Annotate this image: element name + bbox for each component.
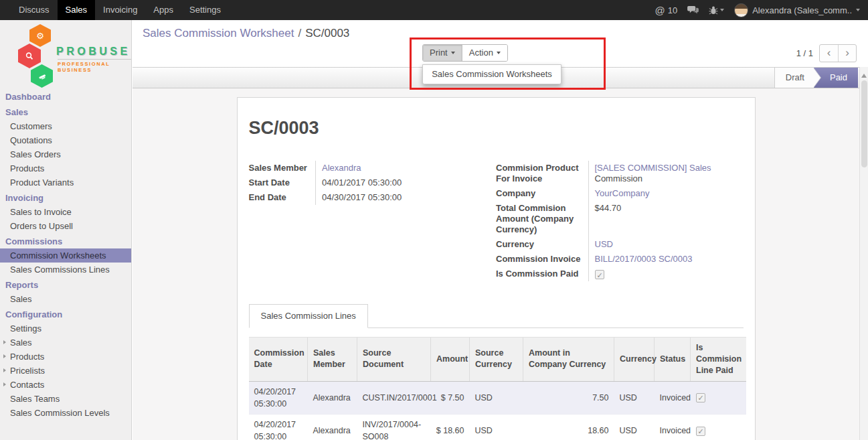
field-label-commission-invoice: Commission Invoice (496, 252, 588, 267)
sidebar-item-commission-worksheets[interactable]: Commission Worksheets (0, 248, 131, 263)
table-row[interactable]: 04/20/2017 05:30:00 Alexandra CUST.IN/20… (249, 381, 746, 414)
field-column-left: Sales Member Alexandra Start Date 04/01/… (249, 161, 497, 281)
caret-down-icon (497, 52, 501, 54)
line-paid-checkbox[interactable] (696, 427, 705, 436)
status-draft[interactable]: Draft (774, 68, 814, 88)
sidebar-item-pricelists[interactable]: Pricelists (0, 364, 131, 378)
debug-menu[interactable] (709, 5, 724, 15)
header-amount[interactable]: Amount (431, 338, 470, 382)
sidebar-header-configuration[interactable]: Configuration (0, 306, 131, 321)
gear-icon: ⚙ (36, 31, 44, 41)
caret-down-icon (720, 9, 724, 11)
field-label-start-date: Start Date (249, 175, 316, 190)
scroll-up-arrow-icon[interactable] (861, 74, 867, 78)
cell-status: Invoiced (655, 414, 691, 440)
vertical-scrollbar[interactable] (859, 67, 868, 440)
breadcrumb: Sales Commission Worksheet/SC/0003 (143, 27, 349, 40)
print-button[interactable]: Print (423, 45, 462, 61)
sidebar-item-customers[interactable]: Customers (0, 119, 131, 133)
sidebar-item-config-sales[interactable]: Sales (0, 336, 131, 350)
magnifier-icon (24, 51, 35, 62)
logo-hex-magnifier (18, 44, 41, 68)
field-group: Sales Member Alexandra Start Date 04/01/… (249, 161, 744, 281)
topbar: Discuss Sales Invoicing Apps Settings @ … (0, 0, 868, 20)
sidebar: ⚙ PROBUSE PROFESSIONAL BUSINESS Dashboar… (0, 20, 132, 440)
bug-icon (709, 5, 718, 15)
cell-source-document: INV/2017/0004-SO008 (357, 414, 431, 440)
header-currency[interactable]: Currency (614, 338, 655, 382)
currency-link[interactable]: USD (595, 239, 613, 249)
cell-commission-date: 04/20/2017 05:30:00 (249, 414, 308, 440)
print-button-label: Print (430, 45, 448, 61)
pager-value: 1 / 1 (796, 48, 813, 58)
sidebar-item-contacts[interactable]: Contacts (0, 378, 131, 392)
sidebar-item-dashboard[interactable]: Dashboard (0, 88, 131, 104)
is-commission-paid-checkbox[interactable] (595, 270, 604, 279)
header-amount-company-currency[interactable]: Amount in Company Currency (523, 338, 614, 382)
header-status[interactable]: Status (655, 338, 691, 382)
sidebar-item-product-variants[interactable]: Product Variants (0, 175, 131, 190)
sidebar-item-sales-commission-levels[interactable]: Sales Commission Levels (0, 406, 131, 420)
action-button-label: Action (469, 45, 493, 61)
sidebar-item-orders-to-upsell[interactable]: Orders to Upsell (0, 219, 131, 233)
sidebar-item-config-products[interactable]: Products (0, 350, 131, 364)
menu-discuss[interactable]: Discuss (11, 0, 58, 20)
header-is-commission-line-paid[interactable]: Is Commision Line Paid (691, 338, 746, 382)
field-label-total-commission: Total Commision Amount (Company Currency… (496, 201, 588, 237)
chat-button[interactable] (687, 5, 699, 15)
main-content: SC/0003 Sales Member Alexandra Start Dat… (133, 88, 859, 440)
breadcrumb-parent-link[interactable]: Sales Commission Worksheet (143, 27, 294, 40)
commission-invoice-link[interactable]: BILL/2017/0003 SC/0003 (595, 254, 693, 264)
cell-source-document: CUST.IN/2017/0001 (357, 381, 431, 414)
user-menu[interactable]: Alexandra (Sales_comm.. (734, 3, 860, 17)
menu-sales[interactable]: Sales (58, 0, 96, 20)
company-logo: ⚙ PROBUSE PROFESSIONAL BUSINESS (0, 20, 131, 88)
field-label-end-date: End Date (249, 190, 316, 205)
cell-commission-date: 04/20/2017 05:30:00 (249, 381, 308, 414)
menu-apps[interactable]: Apps (145, 0, 181, 20)
sidebar-item-reports-sales[interactable]: Sales (0, 292, 131, 306)
statusbar: Draft Paid (774, 68, 858, 88)
scrollbar-thumb[interactable] (861, 80, 867, 167)
sidebar-item-sales-to-invoice[interactable]: Sales to Invoice (0, 205, 131, 219)
sidebar-item-sales-teams[interactable]: Sales Teams (0, 392, 131, 406)
menu-invoicing[interactable]: Invoicing (95, 0, 145, 20)
field-label-company: Company (496, 186, 588, 201)
pager-buttons: ‹ › (819, 44, 857, 62)
user-name: Alexandra (Sales_comm.. (752, 5, 852, 15)
header-commission-date[interactable]: Commission Date (249, 338, 308, 382)
table-row[interactable]: 04/20/2017 05:30:00 Alexandra INV/2017/0… (249, 414, 746, 440)
company-link[interactable]: YourCompany (595, 188, 650, 198)
sidebar-header-invoicing[interactable]: Invoicing (0, 190, 131, 205)
action-button[interactable]: Action (462, 45, 507, 61)
sidebar-item-quotations[interactable]: Quotations (0, 133, 131, 147)
end-date-value: 04/30/2017 05:30:00 (316, 190, 497, 205)
at-icon: @ (655, 5, 665, 16)
sidebar-header-commissions[interactable]: Commissions (0, 233, 131, 248)
pager-next-button[interactable]: › (838, 45, 856, 62)
cell-sales-member: Alexandra (308, 381, 357, 414)
cell-company-amount: 18.60 (523, 414, 614, 440)
menu-settings[interactable]: Settings (181, 0, 229, 20)
sidebar-item-sales-orders[interactable]: Sales Orders (0, 147, 131, 161)
sidebar-header-sales[interactable]: Sales (0, 104, 131, 119)
sidebar-item-settings[interactable]: Settings (0, 321, 131, 336)
pager-previous-button[interactable]: ‹ (820, 45, 838, 62)
header-source-document[interactable]: Source Document (357, 338, 431, 382)
sidebar-item-products[interactable]: Products (0, 161, 131, 175)
tab-sales-commission-lines[interactable]: Sales Commission Lines (249, 304, 368, 328)
logo-title: PROBUSE (56, 46, 131, 58)
commission-product-link[interactable]: [SALES COMMISSION] Sales (595, 163, 711, 173)
sales-member-link[interactable]: Alexandra (322, 163, 361, 173)
total-commission-value: $44.70 (588, 201, 744, 237)
header-sales-member[interactable]: Sales Member (308, 338, 357, 382)
dropdown-item-sales-commission-worksheets[interactable]: Sales Commission Worksheets (423, 65, 561, 84)
toolbar-buttons: Print Action (422, 44, 508, 62)
field-label-is-commission-paid: Is Commission Paid (496, 267, 588, 281)
line-paid-checkbox[interactable] (696, 393, 705, 402)
mentions-counter[interactable]: @ 10 (655, 5, 677, 16)
cell-line-paid (691, 414, 746, 440)
sidebar-item-sales-commissions-lines[interactable]: Sales Commissions Lines (0, 263, 131, 277)
header-source-currency[interactable]: Source Currency (470, 338, 523, 382)
sidebar-header-reports[interactable]: Reports (0, 277, 131, 292)
